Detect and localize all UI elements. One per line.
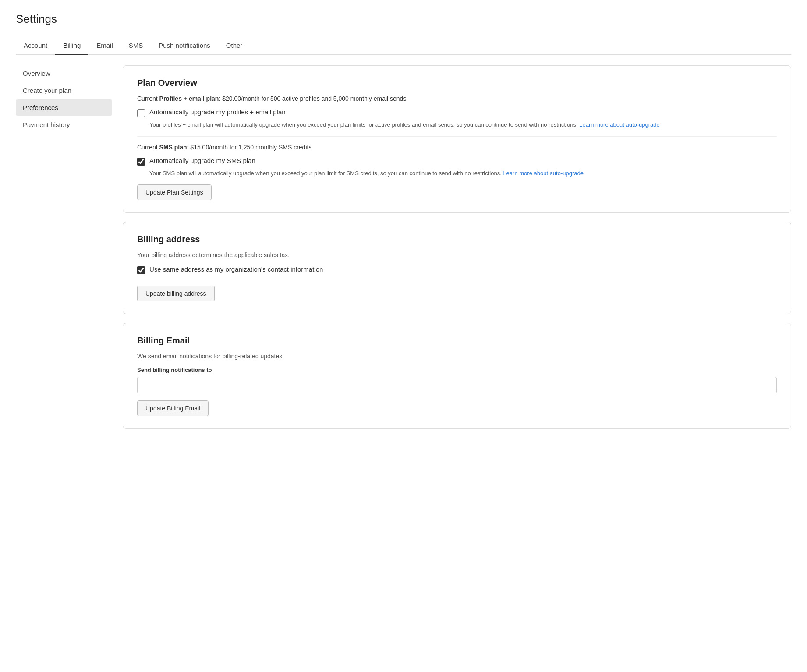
page-header: Settings Account Billing Email SMS Push …	[0, 0, 807, 55]
billing-email-input[interactable]	[137, 377, 777, 393]
update-plan-settings-button[interactable]: Update Plan Settings	[137, 184, 212, 200]
sms-plan-line: Current SMS plan: $15.00/month for 1,250…	[137, 144, 777, 151]
email-plan-line: Current Profiles + email plan: $20.00/mo…	[137, 95, 777, 102]
billing-email-card: Billing Email We send email notification…	[123, 323, 791, 429]
same-address-label[interactable]: Use same address as my organization's co…	[149, 265, 323, 273]
main-layout: Overview Create your plan Preferences Pa…	[0, 55, 807, 439]
sms-auto-upgrade-helper: Your SMS plan will automatically upgrade…	[149, 169, 777, 178]
billing-address-title: Billing address	[137, 234, 777, 244]
update-billing-email-button[interactable]: Update Billing Email	[137, 400, 209, 416]
page-title: Settings	[16, 12, 791, 26]
tab-push-notifications[interactable]: Push notifications	[151, 36, 218, 54]
sidebar-item-create-your-plan[interactable]: Create your plan	[16, 82, 112, 99]
email-auto-upgrade-row: Automatically upgrade my profiles + emai…	[137, 108, 777, 117]
email-plan-text: Current Profiles + email plan: $20.00/mo…	[137, 95, 406, 102]
content-area: Plan Overview Current Profiles + email p…	[123, 65, 791, 429]
update-billing-address-button[interactable]: Update billing address	[137, 286, 215, 301]
sms-learn-more-link[interactable]: Learn more about auto-upgrade	[503, 170, 584, 177]
email-auto-upgrade-checkbox[interactable]	[137, 109, 145, 117]
tab-account[interactable]: Account	[16, 36, 55, 54]
sms-auto-upgrade-row: Automatically upgrade my SMS plan	[137, 157, 777, 166]
tab-other[interactable]: Other	[218, 36, 251, 54]
same-address-row: Use same address as my organization's co…	[137, 265, 777, 274]
email-learn-more-link[interactable]: Learn more about auto-upgrade	[579, 121, 660, 128]
billing-address-card: Billing address Your billing address det…	[123, 222, 791, 314]
billing-email-description: We send email notifications for billing-…	[137, 353, 777, 360]
email-auto-upgrade-helper: Your profiles + email plan will automati…	[149, 120, 777, 129]
tab-email[interactable]: Email	[88, 36, 121, 54]
sidebar-item-payment-history[interactable]: Payment history	[16, 117, 112, 133]
sidebar-item-overview[interactable]: Overview	[16, 65, 112, 81]
sms-plan-text: Current SMS plan: $15.00/month for 1,250…	[137, 144, 311, 151]
sidebar: Overview Create your plan Preferences Pa…	[16, 65, 112, 429]
plan-divider	[137, 136, 777, 137]
billing-email-form-label: Send billing notifications to	[137, 367, 777, 373]
tab-billing[interactable]: Billing	[55, 36, 88, 54]
top-nav: Account Billing Email SMS Push notificat…	[16, 36, 791, 55]
sms-auto-upgrade-label[interactable]: Automatically upgrade my SMS plan	[149, 157, 255, 164]
plan-overview-card: Plan Overview Current Profiles + email p…	[123, 65, 791, 213]
email-auto-upgrade-label[interactable]: Automatically upgrade my profiles + emai…	[149, 108, 286, 116]
billing-email-title: Billing Email	[137, 336, 777, 346]
sidebar-item-preferences[interactable]: Preferences	[16, 99, 112, 116]
sms-auto-upgrade-checkbox[interactable]	[137, 158, 145, 166]
tab-sms[interactable]: SMS	[121, 36, 151, 54]
billing-address-description: Your billing address determines the appl…	[137, 251, 777, 258]
same-address-checkbox[interactable]	[137, 266, 145, 274]
plan-overview-title: Plan Overview	[137, 78, 777, 88]
